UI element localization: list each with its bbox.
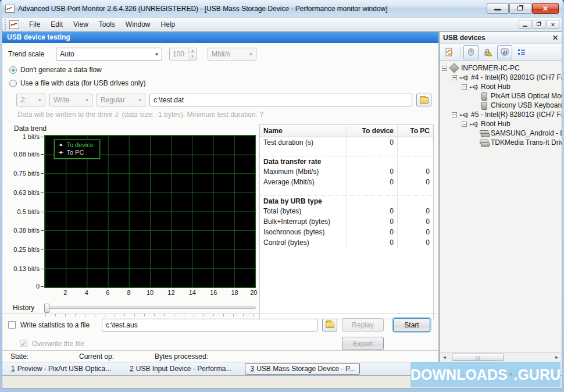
tree-item[interactable]: #4 - Intel(R) 82801G (ICH7 Fam bbox=[440, 73, 562, 82]
security-button[interactable] bbox=[480, 45, 495, 59]
status-bar: State: Current op: Bytes processed: bbox=[2, 350, 438, 362]
mode-select[interactable]: Regular ▼ bbox=[97, 94, 145, 106]
col-to-pc[interactable]: To PC bbox=[397, 125, 433, 137]
stat-to-pc bbox=[397, 187, 433, 195]
col-to-device[interactable]: To device bbox=[346, 125, 397, 137]
drive-select[interactable]: J: ▼ bbox=[16, 94, 45, 106]
spin-up-icon[interactable]: ▲ bbox=[188, 48, 197, 54]
toolbar-grip bbox=[5, 19, 7, 30]
menu-item[interactable]: View bbox=[68, 19, 94, 30]
window-tab[interactable]: 1 Preview - PixArt USB Optica... bbox=[6, 363, 116, 375]
spin-down-icon[interactable]: ▼ bbox=[188, 54, 197, 60]
operation-select[interactable]: Write ▼ bbox=[49, 94, 92, 106]
tree-item[interactable]: Chicony USB Keyboard bbox=[440, 101, 562, 110]
chevron-down-icon: ▼ bbox=[246, 48, 256, 60]
unit-select[interactable]: Mbit/s ▼ bbox=[208, 48, 256, 60]
app-window: Advanced USB Port Monitor 2.6.4.326 (UNR… bbox=[0, 0, 564, 392]
tree-expander-icon[interactable] bbox=[452, 75, 457, 80]
restore-button[interactable] bbox=[509, 3, 531, 14]
device-view-button[interactable] bbox=[463, 45, 479, 59]
tree-item[interactable]: PixArt USB Optical Mou bbox=[440, 91, 562, 101]
stat-to-device bbox=[346, 156, 397, 166]
chevron-down-icon[interactable]: ▼ bbox=[152, 48, 162, 60]
stat-to-device: 0 bbox=[346, 216, 397, 227]
tree-item[interactable]: SAMSUNG_Android - L bbox=[440, 129, 562, 138]
radio-no-data-flow[interactable] bbox=[9, 66, 17, 74]
menu-item[interactable]: Edit bbox=[45, 19, 68, 30]
usb-drive-icon bbox=[479, 139, 488, 147]
tree-item[interactable]: Root Hub bbox=[440, 119, 562, 129]
browse-stats-file-button[interactable] bbox=[322, 319, 337, 332]
menu-item[interactable]: Help bbox=[156, 19, 181, 30]
data-file-input[interactable]: c:\test.dat bbox=[149, 94, 412, 106]
scrollbar-track[interactable]: ||| bbox=[449, 352, 552, 362]
export-button[interactable]: Export bbox=[342, 337, 384, 350]
tree-item-label: TDKMedia Trans-It Driv bbox=[491, 138, 562, 147]
tree-horizontal-scrollbar[interactable]: ◄ ||| ► bbox=[440, 352, 562, 362]
tree-item[interactable]: TDKMedia Trans-It Driv bbox=[440, 138, 562, 147]
slider-track[interactable] bbox=[44, 307, 256, 309]
scrollbar-thumb[interactable]: ||| bbox=[452, 354, 504, 361]
tab-label: USB Input Device - Performa... bbox=[136, 365, 232, 373]
stats-rows: Test duration (s) 0 bbox=[260, 137, 433, 248]
tree-expander-icon[interactable] bbox=[462, 84, 467, 90]
refresh-icon bbox=[445, 48, 454, 57]
close-button[interactable]: ✕ bbox=[532, 3, 559, 14]
performance-monitor-button[interactable] bbox=[497, 45, 512, 59]
drive-value: J: bbox=[20, 96, 26, 104]
tree-item-label: #5 - Intel(R) 82801G (ICH7 Fam bbox=[471, 111, 562, 119]
stat-to-pc: 0 bbox=[397, 216, 433, 227]
x-tick-label: 16 bbox=[210, 289, 217, 296]
test-hint-text: Data will be written to the drive J: (da… bbox=[17, 111, 438, 119]
tree-item[interactable]: INFORMER-IC-PC bbox=[440, 63, 562, 73]
scroll-left-icon[interactable]: ◄ bbox=[440, 352, 449, 362]
start-button[interactable]: Start bbox=[393, 318, 430, 332]
scroll-right-icon[interactable]: ► bbox=[552, 352, 562, 362]
menu-item[interactable]: File bbox=[24, 19, 45, 30]
refresh-devices-button[interactable] bbox=[442, 45, 457, 59]
speed-stepper[interactable]: 100 ▲▼ bbox=[169, 48, 197, 60]
mdi-restore-button[interactable] bbox=[533, 20, 545, 29]
tree-item[interactable]: #5 - Intel(R) 82801G (ICH7 Fam bbox=[440, 110, 562, 119]
list-icon bbox=[517, 48, 526, 57]
menu-item[interactable]: Tools bbox=[94, 19, 120, 30]
replay-button[interactable]: Replay bbox=[342, 318, 384, 332]
slider-thumb[interactable] bbox=[44, 304, 49, 313]
overwrite-file-checkbox[interactable] bbox=[20, 340, 27, 347]
radio-use-file[interactable] bbox=[9, 80, 17, 87]
tree-item[interactable]: Root Hub bbox=[440, 82, 562, 91]
stats-file-input[interactable]: c:\test.aus bbox=[102, 319, 317, 332]
panel-close-icon[interactable]: ✕ bbox=[552, 34, 558, 41]
y-tick-label: 0.13 bit/s bbox=[13, 265, 40, 272]
downloads-guru-icon bbox=[509, 366, 513, 383]
details-view-button[interactable] bbox=[514, 45, 529, 59]
computer-icon bbox=[449, 65, 459, 72]
stat-to-pc: 0 bbox=[397, 227, 433, 237]
history-slider[interactable] bbox=[44, 304, 256, 316]
table-row: Control (bytes) 0 0 bbox=[260, 237, 433, 248]
mdi-close-button[interactable]: × bbox=[547, 20, 559, 29]
radio-no-data-flow-label: Don't generate a data flow bbox=[20, 66, 102, 74]
window-tab[interactable]: 2 USB Input Device - Performa... bbox=[124, 363, 237, 375]
tree-item-label: Root Hub bbox=[481, 120, 511, 128]
mdi-minimize-button[interactable] bbox=[519, 20, 531, 29]
statistics-table: Name To device To PC Test duration (s) 0 bbox=[259, 124, 434, 319]
tree-expander-icon[interactable] bbox=[442, 66, 447, 71]
tree-expander-icon[interactable] bbox=[452, 112, 457, 117]
speed-value: 100 bbox=[170, 50, 188, 58]
write-statistics-checkbox[interactable] bbox=[8, 321, 16, 329]
window-tab[interactable]: 3 USB Mass Storage Device - P... bbox=[245, 363, 360, 375]
menu-item[interactable]: Window bbox=[120, 19, 156, 30]
tree-expander-icon[interactable] bbox=[462, 122, 467, 127]
mode-value: Regular bbox=[101, 96, 125, 104]
x-axis-labels: 2468101214161820 bbox=[44, 289, 256, 298]
chart-plot-area: -●- To device -●- To PC bbox=[44, 135, 256, 288]
minimize-button[interactable] bbox=[487, 3, 509, 14]
tab-number: 3 bbox=[250, 365, 254, 373]
mdi-document-icon[interactable] bbox=[9, 20, 19, 29]
trend-scale-select[interactable]: Auto ▼ bbox=[56, 48, 162, 60]
col-name[interactable]: Name bbox=[260, 125, 346, 137]
browse-data-file-button[interactable] bbox=[416, 94, 431, 106]
usb-device-tree: INFORMER-IC-PC #4 - Intel(R) 82801G (ICH… bbox=[440, 61, 562, 352]
y-tick-label: 0 bbox=[36, 283, 40, 290]
